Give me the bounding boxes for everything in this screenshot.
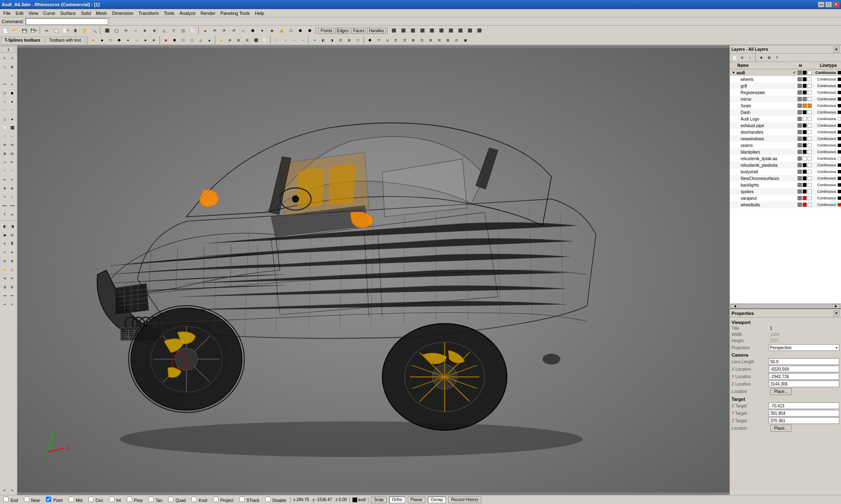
zoom-btn[interactable]: 🔍 <box>90 26 99 35</box>
ts-btn-24[interactable]: → <box>299 36 307 44</box>
analyze-btn-r[interactable]: ! <box>9 193 16 201</box>
misc4-btn-l[interactable]: ⊴ <box>1 283 8 291</box>
menu-edit[interactable]: Edit <box>13 10 26 17</box>
open-btn[interactable]: 📂 <box>10 26 19 35</box>
layer-row-audilogo[interactable]: Audi Logo Continuous <box>730 116 841 122</box>
scroll-left-btn[interactable]: ◀ <box>731 304 739 308</box>
rect-btn-l[interactable]: ◻ <box>1 89 8 97</box>
perp-checkbox[interactable] <box>127 497 132 502</box>
layer-moveup-btn[interactable]: ↑ <box>746 54 754 62</box>
layer-row-wheelbolts[interactable]: wheelbolts Continuous <box>730 201 841 208</box>
points-btn[interactable]: · Points <box>318 28 334 34</box>
tb-extra-4[interactable]: ⬛ <box>418 26 427 35</box>
view-btn-r[interactable]: ◨ <box>9 222 16 230</box>
tb-btn-18[interactable]: ◈ <box>267 26 276 35</box>
ts-btn-22[interactable]: ↓ <box>281 36 290 44</box>
mid-checkbox[interactable] <box>69 497 74 502</box>
ts-btn-11[interactable]: ⬠ <box>179 36 188 44</box>
misc4-btn-r[interactable]: ⊵ <box>9 283 16 291</box>
faces-btn[interactable]: Faces <box>352 28 366 34</box>
menu-mesh[interactable]: Mesh <box>93 10 109 17</box>
command-input[interactable] <box>26 18 108 25</box>
tsplines-tab[interactable]: T-Splines toolbars <box>1 37 44 43</box>
ts-btn-42[interactable]: ▣ <box>461 36 470 44</box>
render-btn-l[interactable]: ◉ <box>1 231 8 239</box>
tb-btn-11[interactable]: ● <box>201 26 210 35</box>
select-mode-btn[interactable]: 1 <box>1 46 16 53</box>
ts-btn-19[interactable]: ⬛ <box>252 36 260 44</box>
props-close-btn[interactable]: ✕ <box>834 310 839 316</box>
ts-btn-15[interactable]: ◆ <box>217 36 226 44</box>
tb-btn-4[interactable]: ↔ <box>131 26 140 35</box>
tb-extra-5[interactable]: ⬛ <box>428 26 437 35</box>
ts-btn-20[interactable]: ⬜ <box>261 36 269 44</box>
minimize-btn[interactable]: — <box>818 2 824 7</box>
circle-btn-l[interactable]: ○ <box>1 97 8 106</box>
ts-btn-34[interactable]: ⊏ <box>392 36 400 44</box>
ts-btn-35[interactable]: ⊐ <box>401 36 409 44</box>
select-btn[interactable]: ↖ <box>1 54 8 62</box>
ts-btn-41[interactable]: ⊡ <box>453 36 461 44</box>
ts-btn-26[interactable]: ◐ <box>319 36 328 44</box>
scale-btn-r[interactable]: ⊟ <box>9 149 16 158</box>
misc3-btn-l[interactable]: ⊲ <box>1 274 8 282</box>
menu-transform[interactable]: Transform <box>136 10 162 17</box>
render-btn-r[interactable]: ◎ <box>9 231 16 239</box>
layer-row-blackpilars[interactable]: blackpilars Continuous <box>730 149 841 155</box>
tb-btn-14[interactable]: ↺ <box>229 26 238 35</box>
menu-help[interactable]: Help <box>252 10 267 17</box>
ts-btn-25[interactable]: ● <box>311 36 319 44</box>
ts-btn-40[interactable]: ⊠ <box>444 36 452 44</box>
menu-tools[interactable]: Tools <box>162 10 177 17</box>
prop-cam-place-btn[interactable]: Place... <box>770 388 791 395</box>
misc6-btn-r[interactable]: ⊹ <box>9 300 16 308</box>
arc-btn-r[interactable]: ◝ <box>9 106 16 114</box>
circle-btn-r[interactable]: ● <box>9 97 16 106</box>
near-checkbox[interactable] <box>24 497 29 502</box>
layer-help-btn[interactable]: ? <box>773 54 781 62</box>
menu-render[interactable]: Render <box>198 10 218 17</box>
tb-extra-2[interactable]: ⬛ <box>399 26 408 35</box>
strack-checkbox[interactable] <box>239 497 245 502</box>
text-btn-l[interactable]: T <box>1 210 8 218</box>
text-btn-r[interactable]: A <box>9 210 16 218</box>
ts-btn-23[interactable]: ← <box>290 36 298 44</box>
layer-row-seams[interactable]: seams Continuous <box>730 142 841 149</box>
layer-row-varajarut[interactable]: varajarut Continuous <box>730 195 841 201</box>
ts-btn-12[interactable]: ⬡ <box>188 36 196 44</box>
ts-btn-29[interactable]: ⊞ <box>345 36 354 44</box>
pan-btn[interactable]: ✋ <box>80 26 89 35</box>
ts-btn-6[interactable]: ○ <box>133 36 141 44</box>
ts-btn-38[interactable]: ⊞ <box>427 36 435 44</box>
ts-btn-32[interactable]: ⊓ <box>375 36 383 44</box>
layer-row-wheels[interactable]: wheels Continuous <box>730 76 841 83</box>
window-sel-btn[interactable]: □ <box>1 63 8 71</box>
point-checkbox[interactable] <box>46 497 51 502</box>
ts-btn-1[interactable]: ■ <box>89 36 97 44</box>
tb-btn-1[interactable]: ⬛ <box>102 26 112 35</box>
record-btn[interactable]: Record History <box>448 497 481 503</box>
ts-btn-8[interactable]: ⊕ <box>150 36 158 44</box>
ts-btn-3[interactable]: ⬡ <box>107 36 115 44</box>
ts-btn-30[interactable]: ⬡ <box>354 36 362 44</box>
tb-extra-3[interactable]: ⬛ <box>409 26 418 35</box>
layer-row-exhaust[interactable]: exhaust pipe Continuous <box>730 122 841 129</box>
tb-btn-16[interactable]: ⬟ <box>248 26 257 35</box>
menu-paneling[interactable]: Paneling Tools <box>218 10 252 17</box>
layer-row-doorhandles[interactable]: doorhandles Continuous <box>730 129 841 135</box>
tb-btn-7[interactable]: △ <box>159 26 169 35</box>
layer-row-grill[interactable]: grill Continuous <box>730 83 841 89</box>
trim-btn-r[interactable]: ✁ <box>9 175 16 184</box>
menu-view[interactable]: View <box>26 10 41 17</box>
layer-btn-l[interactable]: ≡ <box>1 239 8 248</box>
layers-close-btn[interactable]: ✕ <box>834 47 839 52</box>
tb-extra-6[interactable]: ⬛ <box>437 26 446 35</box>
layer-new-btn[interactable]: 📄 <box>731 54 738 62</box>
layer-row-rekustenik-p[interactable]: rekustenik_piedesta Continuous <box>730 162 841 168</box>
layer-btn-r[interactable]: ≣ <box>9 239 16 248</box>
tb-extra-8[interactable]: ⬛ <box>456 26 465 35</box>
tb-btn-22[interactable]: ⬣ <box>305 26 314 35</box>
ts-btn-33[interactable]: ⊔ <box>383 36 392 44</box>
ts-btn-13[interactable]: △ <box>197 36 205 44</box>
cen-checkbox[interactable] <box>88 497 94 502</box>
